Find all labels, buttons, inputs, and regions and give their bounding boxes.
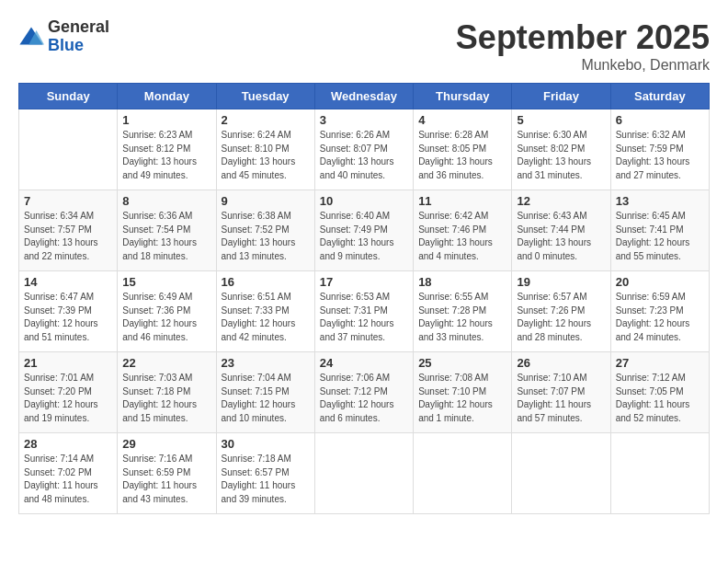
day-number: 7 bbox=[24, 194, 112, 208]
day-cell: 23Sunrise: 7:04 AM Sunset: 7:15 PM Dayli… bbox=[216, 352, 314, 433]
calendar-table: SundayMondayTuesdayWednesdayThursdayFrid… bbox=[18, 83, 710, 514]
day-info: Sunrise: 6:28 AM Sunset: 8:05 PM Dayligh… bbox=[418, 129, 506, 182]
day-cell: 28Sunrise: 7:14 AM Sunset: 7:02 PM Dayli… bbox=[19, 433, 118, 514]
day-cell: 22Sunrise: 7:03 AM Sunset: 7:18 PM Dayli… bbox=[118, 352, 216, 433]
day-info: Sunrise: 6:38 AM Sunset: 7:52 PM Dayligh… bbox=[222, 210, 310, 263]
day-cell: 5Sunrise: 6:30 AM Sunset: 8:02 PM Daylig… bbox=[512, 109, 610, 190]
day-cell bbox=[314, 433, 413, 514]
day-cell: 11Sunrise: 6:42 AM Sunset: 7:46 PM Dayli… bbox=[414, 190, 512, 271]
day-number: 28 bbox=[24, 437, 112, 451]
day-info: Sunrise: 6:43 AM Sunset: 7:44 PM Dayligh… bbox=[517, 210, 605, 263]
day-info: Sunrise: 7:06 AM Sunset: 7:12 PM Dayligh… bbox=[320, 372, 408, 425]
day-cell: 24Sunrise: 7:06 AM Sunset: 7:12 PM Dayli… bbox=[314, 352, 413, 433]
day-number: 2 bbox=[222, 113, 310, 127]
day-cell: 9Sunrise: 6:38 AM Sunset: 7:52 PM Daylig… bbox=[216, 190, 314, 271]
day-info: Sunrise: 6:36 AM Sunset: 7:54 PM Dayligh… bbox=[122, 210, 210, 263]
week-row-3: 14Sunrise: 6:47 AM Sunset: 7:39 PM Dayli… bbox=[19, 271, 710, 352]
day-cell: 4Sunrise: 6:28 AM Sunset: 8:05 PM Daylig… bbox=[414, 109, 512, 190]
weekday-header-wednesday: Wednesday bbox=[314, 84, 413, 109]
weekday-header-sunday: Sunday bbox=[19, 84, 118, 109]
day-cell bbox=[512, 433, 610, 514]
day-number: 27 bbox=[616, 356, 704, 370]
day-cell: 27Sunrise: 7:12 AM Sunset: 7:05 PM Dayli… bbox=[610, 352, 709, 433]
day-info: Sunrise: 7:12 AM Sunset: 7:05 PM Dayligh… bbox=[616, 372, 704, 425]
day-number: 29 bbox=[122, 437, 210, 451]
day-number: 5 bbox=[517, 113, 605, 127]
day-cell: 15Sunrise: 6:49 AM Sunset: 7:36 PM Dayli… bbox=[118, 271, 216, 352]
day-info: Sunrise: 6:24 AM Sunset: 8:10 PM Dayligh… bbox=[222, 129, 310, 182]
logo-text: General Blue bbox=[48, 18, 109, 55]
day-cell: 2Sunrise: 6:24 AM Sunset: 8:10 PM Daylig… bbox=[216, 109, 314, 190]
day-cell: 20Sunrise: 6:59 AM Sunset: 7:23 PM Dayli… bbox=[610, 271, 709, 352]
day-cell: 7Sunrise: 6:34 AM Sunset: 7:57 PM Daylig… bbox=[19, 190, 118, 271]
day-cell: 30Sunrise: 7:18 AM Sunset: 6:57 PM Dayli… bbox=[216, 433, 314, 514]
day-info: Sunrise: 6:30 AM Sunset: 8:02 PM Dayligh… bbox=[517, 129, 605, 182]
weekday-header-monday: Monday bbox=[118, 84, 216, 109]
page-header: General Blue September 2025 Munkebo, Den… bbox=[18, 18, 710, 74]
day-number: 18 bbox=[418, 275, 506, 289]
logo-blue: Blue bbox=[48, 37, 109, 55]
day-info: Sunrise: 6:23 AM Sunset: 8:12 PM Dayligh… bbox=[122, 129, 210, 182]
weekday-header-friday: Friday bbox=[512, 84, 610, 109]
location: Munkebo, Denmark bbox=[456, 57, 710, 74]
day-info: Sunrise: 6:42 AM Sunset: 7:46 PM Dayligh… bbox=[418, 210, 506, 263]
day-info: Sunrise: 6:47 AM Sunset: 7:39 PM Dayligh… bbox=[24, 291, 112, 344]
day-number: 16 bbox=[222, 275, 310, 289]
day-info: Sunrise: 7:03 AM Sunset: 7:18 PM Dayligh… bbox=[122, 372, 210, 425]
day-number: 11 bbox=[418, 194, 506, 208]
day-info: Sunrise: 7:18 AM Sunset: 6:57 PM Dayligh… bbox=[222, 453, 310, 506]
day-cell: 10Sunrise: 6:40 AM Sunset: 7:49 PM Dayli… bbox=[314, 190, 413, 271]
day-number: 17 bbox=[320, 275, 408, 289]
day-info: Sunrise: 6:53 AM Sunset: 7:31 PM Dayligh… bbox=[320, 291, 408, 344]
day-number: 8 bbox=[122, 194, 210, 208]
day-number: 24 bbox=[320, 356, 408, 370]
day-info: Sunrise: 6:34 AM Sunset: 7:57 PM Dayligh… bbox=[24, 210, 112, 263]
day-number: 20 bbox=[616, 275, 704, 289]
title-block: September 2025 Munkebo, Denmark bbox=[456, 18, 710, 74]
day-number: 22 bbox=[122, 356, 210, 370]
day-cell: 1Sunrise: 6:23 AM Sunset: 8:12 PM Daylig… bbox=[118, 109, 216, 190]
day-info: Sunrise: 6:55 AM Sunset: 7:28 PM Dayligh… bbox=[418, 291, 506, 344]
logo-icon bbox=[18, 24, 44, 50]
week-row-2: 7Sunrise: 6:34 AM Sunset: 7:57 PM Daylig… bbox=[19, 190, 710, 271]
day-info: Sunrise: 7:14 AM Sunset: 7:02 PM Dayligh… bbox=[24, 453, 112, 506]
day-info: Sunrise: 7:08 AM Sunset: 7:10 PM Dayligh… bbox=[418, 372, 506, 425]
day-cell: 21Sunrise: 7:01 AM Sunset: 7:20 PM Dayli… bbox=[19, 352, 118, 433]
day-cell: 3Sunrise: 6:26 AM Sunset: 8:07 PM Daylig… bbox=[314, 109, 413, 190]
day-cell: 8Sunrise: 6:36 AM Sunset: 7:54 PM Daylig… bbox=[118, 190, 216, 271]
day-cell: 13Sunrise: 6:45 AM Sunset: 7:41 PM Dayli… bbox=[610, 190, 709, 271]
day-number: 19 bbox=[517, 275, 605, 289]
day-number: 6 bbox=[616, 113, 704, 127]
day-number: 21 bbox=[24, 356, 112, 370]
day-cell bbox=[19, 109, 118, 190]
day-info: Sunrise: 6:40 AM Sunset: 7:49 PM Dayligh… bbox=[320, 210, 408, 263]
day-info: Sunrise: 7:10 AM Sunset: 7:07 PM Dayligh… bbox=[517, 372, 605, 425]
day-number: 9 bbox=[222, 194, 310, 208]
day-cell: 19Sunrise: 6:57 AM Sunset: 7:26 PM Dayli… bbox=[512, 271, 610, 352]
day-cell: 17Sunrise: 6:53 AM Sunset: 7:31 PM Dayli… bbox=[314, 271, 413, 352]
day-info: Sunrise: 6:32 AM Sunset: 7:59 PM Dayligh… bbox=[616, 129, 704, 182]
day-cell bbox=[414, 433, 512, 514]
week-row-1: 1Sunrise: 6:23 AM Sunset: 8:12 PM Daylig… bbox=[19, 109, 710, 190]
day-cell: 25Sunrise: 7:08 AM Sunset: 7:10 PM Dayli… bbox=[414, 352, 512, 433]
day-info: Sunrise: 7:16 AM Sunset: 6:59 PM Dayligh… bbox=[122, 453, 210, 506]
day-number: 12 bbox=[517, 194, 605, 208]
day-cell: 18Sunrise: 6:55 AM Sunset: 7:28 PM Dayli… bbox=[414, 271, 512, 352]
day-number: 4 bbox=[418, 113, 506, 127]
weekday-header-row: SundayMondayTuesdayWednesdayThursdayFrid… bbox=[19, 84, 710, 109]
day-cell: 12Sunrise: 6:43 AM Sunset: 7:44 PM Dayli… bbox=[512, 190, 610, 271]
day-info: Sunrise: 6:26 AM Sunset: 8:07 PM Dayligh… bbox=[320, 129, 408, 182]
day-number: 25 bbox=[418, 356, 506, 370]
day-cell: 6Sunrise: 6:32 AM Sunset: 7:59 PM Daylig… bbox=[610, 109, 709, 190]
day-number: 26 bbox=[517, 356, 605, 370]
day-number: 14 bbox=[24, 275, 112, 289]
day-info: Sunrise: 6:49 AM Sunset: 7:36 PM Dayligh… bbox=[122, 291, 210, 344]
day-cell bbox=[610, 433, 709, 514]
day-cell: 16Sunrise: 6:51 AM Sunset: 7:33 PM Dayli… bbox=[216, 271, 314, 352]
logo: General Blue bbox=[18, 18, 109, 55]
day-number: 1 bbox=[122, 113, 210, 127]
day-number: 3 bbox=[320, 113, 408, 127]
week-row-4: 21Sunrise: 7:01 AM Sunset: 7:20 PM Dayli… bbox=[19, 352, 710, 433]
day-info: Sunrise: 6:59 AM Sunset: 7:23 PM Dayligh… bbox=[616, 291, 704, 344]
weekday-header-saturday: Saturday bbox=[610, 84, 709, 109]
